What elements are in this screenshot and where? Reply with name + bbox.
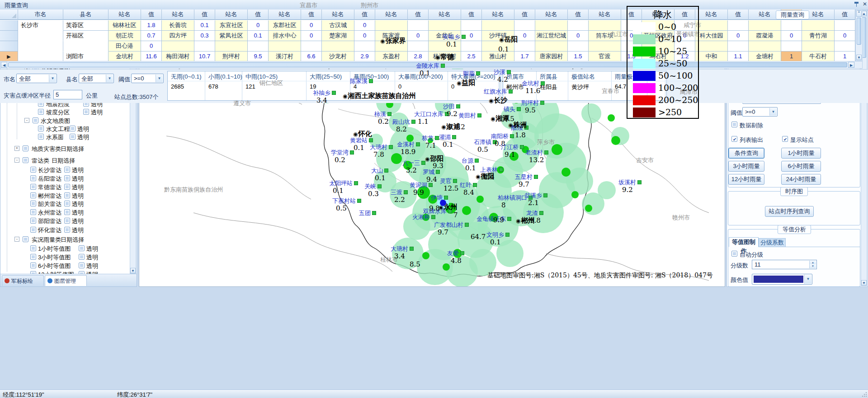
station-value-cell[interactable] xyxy=(568,20,589,31)
station-name-cell[interactable] xyxy=(215,41,248,52)
value-column-header[interactable]: 值 xyxy=(568,9,589,20)
tab-grading-coef[interactable]: 分级系数 xyxy=(759,238,786,247)
row-selector[interactable]: ▶ xyxy=(0,52,18,61)
rain-3h-button[interactable]: 3小时雨量 xyxy=(728,161,764,172)
condition-query-button[interactable]: 条件查询 xyxy=(728,148,764,159)
city-cell[interactable]: 长沙市 xyxy=(18,20,63,31)
value-column-header[interactable]: 值 xyxy=(248,9,269,20)
station-value-cell[interactable]: 1.1 xyxy=(728,52,749,61)
station-name-cell[interactable]: 科大佳园 xyxy=(695,31,728,41)
city-cell[interactable] xyxy=(18,31,63,41)
tree-item-雷达类[interactable]: -雷达类日期选择 xyxy=(1,157,129,164)
transparent-checkbox[interactable] xyxy=(64,209,70,215)
station-column-header[interactable]: 站名 xyxy=(162,9,194,20)
tree-item-3小时等值图[interactable]: 3小时等值图透明 xyxy=(1,253,129,261)
station-value-cell[interactable] xyxy=(461,20,482,31)
station-value-cell[interactable]: 0 xyxy=(781,31,802,41)
resize-grip[interactable] xyxy=(862,392,867,397)
value-column-header[interactable]: 值 xyxy=(194,9,215,20)
station-value-cell[interactable]: 0.7 xyxy=(141,31,162,41)
station-name-cell[interactable] xyxy=(162,41,194,52)
station-value-cell[interactable] xyxy=(728,41,749,52)
station-value-cell[interactable]: 2.5 xyxy=(461,52,482,61)
tree-item-实况雨量类[interactable]: -实况雨量类日期选择 xyxy=(1,236,129,243)
show-stations-checkbox[interactable] xyxy=(782,136,788,142)
station-name-cell[interactable]: 牛石村 xyxy=(802,52,835,61)
expand-icon[interactable]: + xyxy=(14,146,19,151)
transparent-checkbox[interactable] xyxy=(64,201,70,206)
collapse-icon[interactable]: - xyxy=(14,237,19,242)
station-name-cell[interactable]: 官渡 xyxy=(589,52,621,61)
city-column-header[interactable]: 市名 xyxy=(18,9,63,20)
station-value-cell[interactable]: 0 xyxy=(408,31,429,41)
station-column-header[interactable]: 站名 xyxy=(269,9,301,20)
date-select-label[interactable]: 日期选择 xyxy=(52,157,75,165)
station-name-cell[interactable]: 排水中心 xyxy=(269,31,301,41)
station-name-cell[interactable]: 唐家园村 xyxy=(535,52,568,61)
transparent-checkbox[interactable] xyxy=(64,218,70,224)
station-name-cell[interactable] xyxy=(802,20,835,31)
station-name-cell[interactable] xyxy=(535,20,568,31)
data-reject-checkbox[interactable] xyxy=(731,122,737,127)
station-column-header[interactable]: 站名 xyxy=(215,9,248,20)
layer-checkbox[interactable] xyxy=(30,254,36,260)
layer-checkbox[interactable] xyxy=(23,145,28,151)
station-value-cell[interactable] xyxy=(568,41,589,52)
station-value-cell[interactable]: 0 xyxy=(354,20,375,31)
value-column-header[interactable]: 值 xyxy=(461,9,482,20)
station-value-cell[interactable]: 6.6 xyxy=(301,52,322,61)
tree-item-郴州雷达[interactable]: 郴州雷达透明 xyxy=(1,192,129,200)
tree-item-12小时等值图[interactable]: 12小时等值图透明 xyxy=(1,271,129,274)
county-cell[interactable]: 芙蓉区 xyxy=(63,20,108,31)
tree-item-水文地质图[interactable]: -水文地质图 xyxy=(1,117,129,125)
tree-item-水系面[interactable]: 水系面透明 xyxy=(1,133,129,141)
layer-checkbox[interactable] xyxy=(30,218,36,224)
station-value-cell[interactable]: 1.7 xyxy=(514,52,535,61)
value-column-header[interactable]: 值 xyxy=(408,9,429,20)
station-value-cell[interactable]: 1 xyxy=(835,52,855,61)
station-name-cell[interactable] xyxy=(375,20,408,31)
station-name-cell[interactable]: 楚家湖 xyxy=(322,31,354,41)
station-value-cell[interactable]: 0 xyxy=(141,41,162,52)
station-value-cell[interactable] xyxy=(461,41,482,52)
tree-item-常德雷达[interactable]: 常德雷达透明 xyxy=(1,183,129,191)
station-value-cell[interactable] xyxy=(514,20,535,31)
layer-checkbox[interactable] xyxy=(30,167,36,173)
auto-grading-checkbox[interactable] xyxy=(731,251,737,257)
city-filter-combo[interactable]: 全部▼ xyxy=(16,74,57,83)
tree-item-地质灾害类[interactable]: +地质灾害类日期选择 xyxy=(1,145,129,153)
rain-12h-button[interactable]: 12小时雨量 xyxy=(728,174,764,185)
station-column-header[interactable]: 站名 xyxy=(535,9,568,20)
tree-item-坡度分区[interactable]: 坡度分区透明 xyxy=(1,108,129,116)
station-value-cell[interactable]: 0 xyxy=(301,31,322,41)
transparent-checkbox[interactable] xyxy=(64,192,70,198)
table-row[interactable]: 长沙市芙蓉区锦林社区1.8长善垸0.1东宜社区0东郡社区0古汉城0 xyxy=(0,20,855,31)
station-column-header[interactable]: 站名 xyxy=(429,9,461,20)
rain-6h-button[interactable]: 6小时雨量 xyxy=(781,161,821,172)
buffer-radius-input[interactable]: 5 xyxy=(53,90,82,99)
station-value-cell[interactable] xyxy=(781,20,802,31)
station-name-cell[interactable]: 古汉城 xyxy=(322,20,354,31)
tree-item-邵阳雷达[interactable]: 邵阳雷达透明 xyxy=(1,217,129,225)
station-name-cell[interactable] xyxy=(749,20,781,31)
layer-checkbox[interactable] xyxy=(30,262,36,268)
layer-checkbox[interactable] xyxy=(30,209,36,215)
value-column-header[interactable]: 值 xyxy=(354,9,375,20)
value-column-header[interactable]: 值 xyxy=(728,9,749,20)
row-selector[interactable] xyxy=(0,41,18,52)
station-data-table[interactable]: 市名县名站名值站名值站名值站名值站名值站名值站名值站名值站名值站名值站名值站名值… xyxy=(0,9,855,61)
station-name-cell[interactable] xyxy=(269,41,301,52)
tree-item-岳阳雷达[interactable]: 岳阳雷达透明 xyxy=(1,175,129,183)
station-column-header[interactable]: 站名 xyxy=(108,9,141,20)
level-count-spinner[interactable]: 11 ▲▼ xyxy=(752,260,817,269)
tree-item-1小时等值图[interactable]: 1小时等值图透明 xyxy=(1,245,129,253)
station-name-cell[interactable]: 金塘村 xyxy=(749,52,781,61)
station-name-cell[interactable]: 溪汀村 xyxy=(269,52,301,61)
county-filter-combo[interactable]: 全部▼ xyxy=(79,74,114,83)
value-column-header[interactable]: 值 xyxy=(514,9,535,20)
layer-checkbox[interactable] xyxy=(30,245,36,251)
station-name-cell[interactable]: 朝正垸 xyxy=(108,31,141,41)
layer-checkbox[interactable] xyxy=(30,201,36,206)
station-value-cell[interactable] xyxy=(408,41,429,52)
station-value-cell[interactable]: 0 xyxy=(835,31,855,41)
